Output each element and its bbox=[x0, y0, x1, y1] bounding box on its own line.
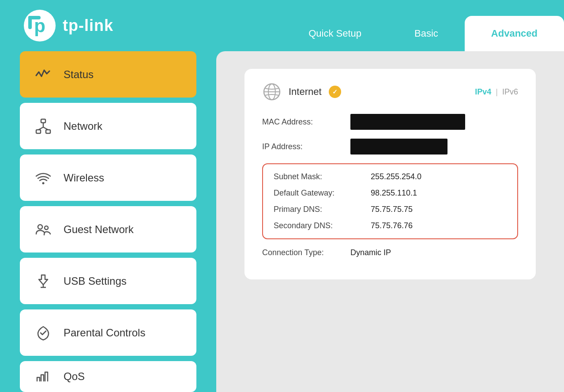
ipv4-toggle[interactable]: IPv4 bbox=[475, 87, 491, 97]
default-gateway-row: Default Gateway: 98.255.110.1 bbox=[274, 188, 507, 198]
card-header: Internet ✓ IPv4 | IPv6 bbox=[262, 82, 518, 102]
svg-rect-4 bbox=[41, 119, 45, 123]
ip-address-row: IP Address: bbox=[262, 139, 518, 155]
ip-address-value bbox=[350, 139, 447, 155]
sidebar-item-status-label: Status bbox=[64, 68, 94, 81]
content-area: Internet ✓ IPv4 | IPv6 MAC Address: IP A… bbox=[216, 51, 564, 392]
nav-tabs: Quick Setup Basic Advanced bbox=[282, 0, 564, 51]
sidebar-item-network[interactable]: Network bbox=[20, 103, 196, 149]
primary-dns-label: Primary DNS: bbox=[274, 205, 371, 214]
secondary-dns-value: 75.75.76.76 bbox=[371, 221, 413, 230]
logo-text: tp-link bbox=[63, 16, 113, 35]
svg-line-9 bbox=[43, 127, 48, 130]
ip-address-label: IP Address: bbox=[262, 142, 350, 151]
sidebar-item-qos[interactable]: QoS bbox=[20, 361, 196, 392]
primary-dns-row: Primary DNS: 75.75.75.75 bbox=[274, 205, 507, 214]
main: Status Network bbox=[0, 51, 564, 392]
sidebar-item-parental-controls-label: Parental Controls bbox=[64, 327, 145, 339]
connection-type-label: Connection Type: bbox=[262, 248, 350, 257]
secondary-dns-row: Secondary DNS: 75.75.76.76 bbox=[274, 221, 507, 230]
sidebar-item-guest-network[interactable]: Guest Network bbox=[20, 206, 196, 253]
ip-divider: | bbox=[496, 87, 498, 97]
status-icon bbox=[35, 67, 51, 83]
svg-rect-6 bbox=[46, 130, 50, 133]
sidebar-item-network-label: Network bbox=[64, 120, 102, 132]
svg-rect-5 bbox=[36, 130, 41, 133]
guest-network-icon bbox=[35, 222, 51, 237]
mac-address-value bbox=[350, 114, 465, 130]
internet-title: Internet bbox=[289, 86, 322, 98]
svg-point-12 bbox=[45, 226, 48, 230]
mac-address-row: MAC Address: bbox=[262, 114, 518, 130]
status-check-badge: ✓ bbox=[329, 86, 341, 98]
subnet-mask-row: Subnet Mask: 255.255.254.0 bbox=[274, 172, 507, 181]
globe-icon bbox=[262, 82, 282, 102]
sidebar-item-status[interactable]: Status bbox=[20, 51, 196, 98]
connection-type-value: Dynamic IP bbox=[350, 248, 391, 257]
sidebar-item-wireless[interactable]: Wireless bbox=[20, 155, 196, 201]
svg-rect-3 bbox=[28, 16, 41, 19]
secondary-dns-label: Secondary DNS: bbox=[274, 221, 371, 230]
card-title-area: Internet ✓ bbox=[262, 82, 341, 102]
tab-quick-setup[interactable]: Quick Setup bbox=[282, 16, 388, 51]
default-gateway-value: 98.255.110.1 bbox=[371, 188, 417, 198]
svg-point-10 bbox=[42, 182, 45, 184]
svg-point-11 bbox=[38, 225, 42, 229]
tab-basic[interactable]: Basic bbox=[388, 16, 465, 51]
tab-advanced[interactable]: Advanced bbox=[465, 16, 564, 51]
connection-type-row: Connection Type: Dynamic IP bbox=[262, 248, 518, 257]
default-gateway-label: Default Gateway: bbox=[274, 188, 371, 198]
sidebar-item-usb-settings-label: USB Settings bbox=[64, 275, 127, 287]
primary-dns-value: 75.75.75.75 bbox=[371, 205, 413, 214]
tplink-logo-icon: p bbox=[22, 8, 57, 43]
ipv6-toggle[interactable]: IPv6 bbox=[502, 87, 518, 97]
ip-version-toggle: IPv4 | IPv6 bbox=[475, 87, 518, 97]
sidebar-item-guest-network-label: Guest Network bbox=[64, 223, 134, 236]
sidebar: Status Network bbox=[0, 51, 216, 392]
sidebar-item-qos-label: QoS bbox=[64, 370, 85, 383]
wireless-icon bbox=[35, 170, 51, 186]
subnet-mask-value: 255.255.254.0 bbox=[371, 172, 421, 181]
internet-card: Internet ✓ IPv4 | IPv6 MAC Address: IP A… bbox=[244, 69, 536, 279]
network-icon bbox=[35, 118, 51, 134]
header: p tp-link Quick Setup Basic Advanced bbox=[0, 0, 564, 51]
network-details-section: Subnet Mask: 255.255.254.0 Default Gatew… bbox=[262, 163, 518, 239]
sidebar-item-usb-settings[interactable]: USB Settings bbox=[20, 258, 196, 304]
qos-icon bbox=[35, 369, 51, 384]
parental-controls-icon bbox=[35, 325, 51, 341]
svg-line-8 bbox=[38, 127, 43, 130]
subnet-mask-label: Subnet Mask: bbox=[274, 172, 371, 181]
mac-address-label: MAC Address: bbox=[262, 117, 350, 127]
sidebar-item-parental-controls[interactable]: Parental Controls bbox=[20, 309, 196, 356]
usb-settings-icon bbox=[35, 273, 51, 289]
logo-area: p tp-link bbox=[22, 8, 113, 43]
sidebar-item-wireless-label: Wireless bbox=[64, 172, 104, 184]
